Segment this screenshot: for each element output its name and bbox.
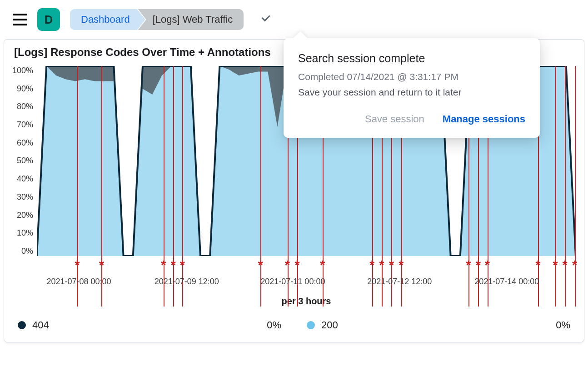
legend-dot-404 <box>18 321 26 329</box>
annotation-star-icon: * <box>294 258 299 272</box>
x-axis-title: per 3 hours <box>37 296 576 307</box>
breadcrumb-dashboard-label: Dashboard <box>81 14 130 25</box>
popover-title: Search session complete <box>298 52 525 65</box>
y-tick: 30% <box>17 192 33 202</box>
y-tick: 0% <box>21 246 33 256</box>
annotation-star-icon: * <box>572 258 577 272</box>
x-tick: 2021-07-14 00:00 <box>474 277 539 287</box>
space-letter: D <box>45 13 53 27</box>
annotation-star-icon: * <box>389 258 394 272</box>
manage-sessions-button[interactable]: Manage sessions <box>443 113 525 125</box>
annotation-star-icon: * <box>171 258 176 272</box>
x-tick: 2021-07-12 12:00 <box>367 277 432 287</box>
breadcrumb-logs[interactable]: [Logs] Web Traffic <box>138 9 244 30</box>
legend: 404 0% 200 0% <box>12 319 576 331</box>
annotation-star-icon: * <box>476 258 481 272</box>
legend-404-label: 404 <box>32 319 49 331</box>
breadcrumb: Dashboard [Logs] Web Traffic <box>70 9 244 30</box>
y-tick: 40% <box>17 174 33 184</box>
x-axis: 2021-07-08 00:002021-07-09 12:002021-07-… <box>37 277 576 292</box>
legend-200-label: 200 <box>321 319 338 331</box>
legend-404-value: 0% <box>267 319 281 331</box>
y-tick: 100% <box>12 66 33 75</box>
annotation-star-icon: * <box>258 258 263 272</box>
space-badge[interactable]: D <box>37 8 60 31</box>
session-popover: Search session complete Completed 07/14/… <box>284 38 540 138</box>
y-tick: 70% <box>17 120 33 130</box>
annotation-star-icon: * <box>161 258 166 272</box>
annotation-star-icon: * <box>379 258 384 272</box>
session-status-icon[interactable] <box>260 13 272 26</box>
annotation-star-icon: * <box>369 258 374 272</box>
legend-dot-200 <box>307 321 315 329</box>
breadcrumb-dashboard[interactable]: Dashboard <box>70 9 145 30</box>
save-session-button[interactable]: Save session <box>365 113 424 125</box>
y-tick: 90% <box>17 84 33 94</box>
x-tick: 2021-07-09 12:00 <box>154 277 219 287</box>
annotation-star-icon: * <box>485 258 490 272</box>
annotation-star-icon: * <box>536 258 541 272</box>
annotation-star-icon: * <box>399 258 404 272</box>
menu-icon[interactable] <box>13 14 27 25</box>
annotation-star-icon: * <box>466 258 471 272</box>
popover-desc: Save your session and return to it later <box>298 87 525 98</box>
popover-completed: Completed 07/14/2021 @ 3:31:17 PM <box>298 71 525 82</box>
annotation-star-icon: * <box>553 258 558 272</box>
breadcrumb-logs-label: [Logs] Web Traffic <box>153 14 233 25</box>
annotation-star-icon: * <box>563 258 568 272</box>
y-tick: 60% <box>17 138 33 148</box>
x-tick: 2021-07-11 00:00 <box>260 277 325 287</box>
annotation-star-icon: * <box>320 258 325 272</box>
annotation-star-icon: * <box>180 258 185 272</box>
y-axis: 100%90%80%70%60%50%40%30%20%10%0% <box>12 66 37 256</box>
annotation-markers: ******************** <box>37 256 576 271</box>
x-tick: 2021-07-08 00:00 <box>46 277 111 287</box>
y-tick: 50% <box>17 156 33 166</box>
annotation-star-icon: * <box>75 258 80 272</box>
legend-200-value: 0% <box>556 319 570 331</box>
annotation-star-icon: * <box>99 258 104 272</box>
annotation-star-icon: * <box>285 258 290 272</box>
y-tick: 10% <box>17 228 33 238</box>
y-tick: 20% <box>17 211 33 220</box>
y-tick: 80% <box>17 102 33 111</box>
